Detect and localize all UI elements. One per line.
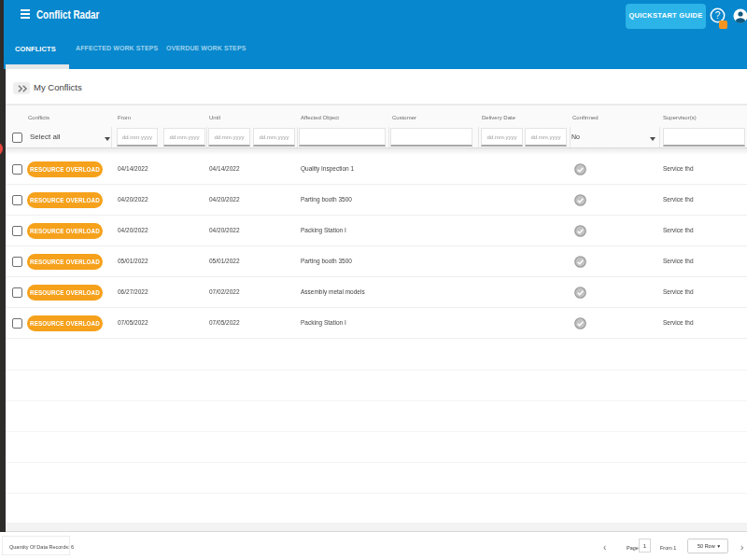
svg-text:?: ? <box>715 10 721 21</box>
